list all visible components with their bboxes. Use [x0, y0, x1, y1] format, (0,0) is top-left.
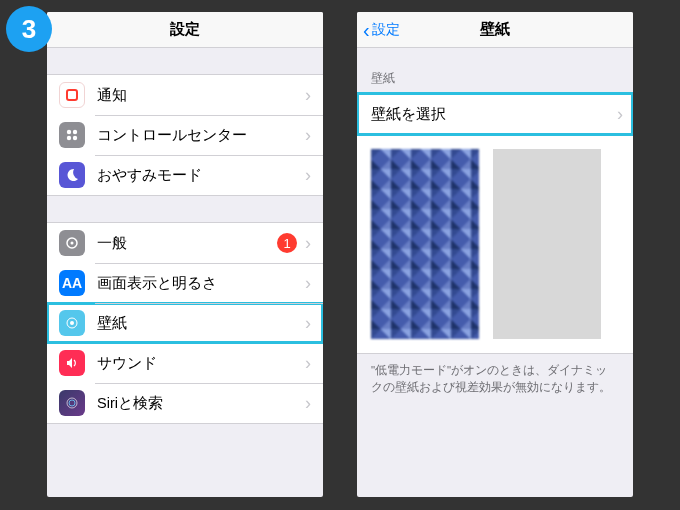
siri-icon: [59, 390, 85, 416]
notifications-icon: [59, 82, 85, 108]
svg-point-3: [73, 136, 77, 140]
chevron-right-icon: ›: [305, 273, 311, 294]
sound-icon: [59, 350, 85, 376]
control-center-icon: [59, 122, 85, 148]
nav-bar: 設定: [47, 12, 323, 48]
row-display[interactable]: AA 画面表示と明るさ ›: [47, 263, 323, 303]
nav-title: 設定: [170, 20, 200, 39]
chevron-left-icon: ‹: [363, 20, 370, 40]
display-icon: AA: [59, 270, 85, 296]
settings-group-1: 通知 › コントロールセンター › おやすみモード ›: [47, 74, 323, 196]
footnote-text: "低電力モード"がオンのときは、ダイナミックの壁紙および視差効果が無効になります…: [357, 354, 633, 405]
wallpaper-previews: [357, 135, 633, 354]
svg-point-9: [69, 400, 75, 406]
row-label: 通知: [97, 86, 305, 105]
chevron-right-icon: ›: [305, 233, 311, 254]
chevron-right-icon: ›: [305, 165, 311, 186]
back-button[interactable]: ‹ 設定: [363, 20, 400, 40]
settings-group-2: 一般 1 › AA 画面表示と明るさ › 壁紙 › サウンド ›: [47, 222, 323, 424]
svg-point-0: [67, 130, 71, 134]
general-icon: [59, 230, 85, 256]
nav-bar: ‹ 設定 壁紙: [357, 12, 633, 48]
svg-point-1: [73, 130, 77, 134]
row-label: サウンド: [97, 354, 305, 373]
row-label: 一般: [97, 234, 277, 253]
row-notifications[interactable]: 通知 ›: [47, 75, 323, 115]
row-label: 画面表示と明るさ: [97, 274, 305, 293]
wallpaper-screen: ‹ 設定 壁紙 壁紙 壁紙を選択 › "低電力モード"がオンのときは、ダイナミッ…: [357, 12, 633, 497]
svg-point-8: [67, 398, 77, 408]
wallpaper-icon: [59, 310, 85, 336]
row-general[interactable]: 一般 1 ›: [47, 223, 323, 263]
row-label: おやすみモード: [97, 166, 305, 185]
row-label: Siriと検索: [97, 394, 305, 413]
row-siri[interactable]: Siriと検索 ›: [47, 383, 323, 423]
row-control-center[interactable]: コントロールセンター ›: [47, 115, 323, 155]
svg-point-7: [70, 321, 74, 325]
svg-point-5: [71, 242, 74, 245]
back-label: 設定: [372, 21, 400, 39]
step-badge: 3: [6, 6, 52, 52]
chevron-right-icon: ›: [305, 313, 311, 334]
chevron-right-icon: ›: [305, 353, 311, 374]
choose-label: 壁紙を選択: [371, 105, 446, 124]
badge-count: 1: [277, 233, 297, 253]
chevron-right-icon: ›: [305, 393, 311, 414]
home-screen-preview[interactable]: [493, 149, 601, 339]
row-label: 壁紙: [97, 314, 305, 333]
chevron-right-icon: ›: [617, 104, 623, 125]
row-dnd[interactable]: おやすみモード ›: [47, 155, 323, 195]
chevron-right-icon: ›: [305, 85, 311, 106]
settings-root-screen: 設定 通知 › コントロールセンター › おやすみモード › 一般: [47, 12, 323, 497]
row-label: コントロールセンター: [97, 126, 305, 145]
nav-title: 壁紙: [480, 20, 510, 39]
section-header: 壁紙: [357, 48, 633, 93]
lock-screen-preview[interactable]: [371, 149, 479, 339]
choose-wallpaper-row[interactable]: 壁紙を選択 ›: [357, 93, 633, 135]
chevron-right-icon: ›: [305, 125, 311, 146]
dnd-icon: [59, 162, 85, 188]
row-sound[interactable]: サウンド ›: [47, 343, 323, 383]
svg-point-2: [67, 136, 71, 140]
row-wallpaper[interactable]: 壁紙 ›: [47, 303, 323, 343]
